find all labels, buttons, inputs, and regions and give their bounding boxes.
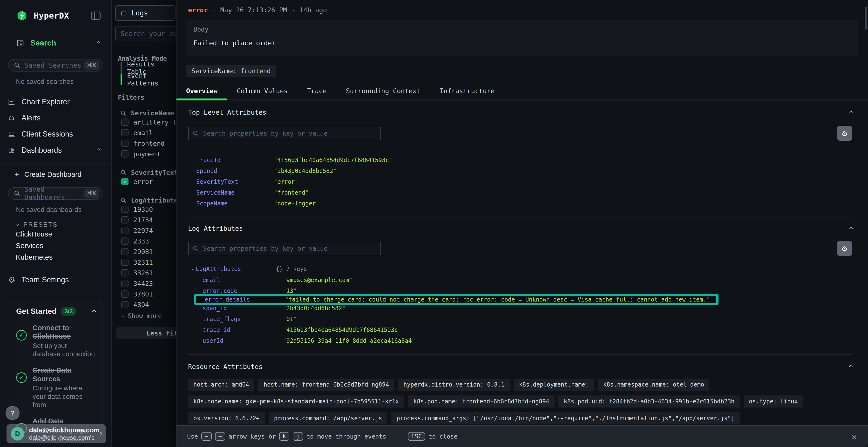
attribute-key[interactable]: LogAttributes: [196, 266, 276, 272]
resource-attribute-chip[interactable]: k8s.node.name: gke-pme-k8s-standard-main…: [188, 396, 404, 408]
show-more-button[interactable]: Show more: [121, 312, 176, 319]
sidebar-item-alerts[interactable]: Alerts: [0, 110, 111, 126]
filter-checkbox-row[interactable]: artillery-loa: [121, 117, 176, 128]
attribute-key[interactable]: span_id: [203, 305, 283, 312]
create-dashboard-button[interactable]: Create Dashboard: [0, 168, 111, 180]
checkbox[interactable]: [121, 280, 128, 287]
presets-toggle[interactable]: PRESETS: [16, 221, 111, 228]
detail-tab[interactable]: Column Values: [227, 85, 297, 100]
attribute-key[interactable]: userId: [203, 337, 283, 344]
checkbox[interactable]: [121, 227, 128, 234]
resource-attribute-chip[interactable]: hyperdx.distro.version: 0.8.1: [398, 379, 510, 391]
less-filters-button[interactable]: Less filters: [116, 327, 176, 339]
resource-attribute-chip[interactable]: os.version: 6.6.72+: [188, 412, 265, 424]
saved-dashboards-input[interactable]: Saved Dashboards ⌘K: [8, 187, 103, 200]
events-search-input[interactable]: [115, 26, 176, 41]
attribute-value[interactable]: 01: [283, 316, 297, 322]
scrollbar-thumb[interactable]: [865, 7, 867, 30]
sidebar-item-search[interactable]: Search: [0, 38, 111, 47]
checkbox[interactable]: [121, 140, 128, 147]
checkbox[interactable]: [121, 238, 128, 245]
filter-checkbox-row[interactable]: 33261: [121, 268, 176, 278]
get-started-step[interactable]: Create Data Sources Configure where your…: [16, 366, 95, 409]
attribute-key[interactable]: SeverityText: [196, 178, 274, 185]
saved-searches-input[interactable]: Saved Searches ⌘K: [8, 59, 103, 72]
help-button[interactable]: ?: [5, 406, 20, 420]
checkbox[interactable]: [121, 118, 128, 126]
checkbox[interactable]: [121, 248, 128, 255]
attribute-value[interactable]: 4156d3fbc40a64854d9dc7f68641593c: [274, 157, 392, 164]
attribute-key[interactable]: trace_flags: [203, 316, 283, 322]
filter-checkbox-row[interactable]: 34423: [121, 278, 176, 289]
attribute-value[interactable]: failed to charge card: could not charge …: [285, 296, 710, 303]
sidebar-item-team-settings[interactable]: Team Settings: [0, 275, 111, 285]
log-attributes-root-row[interactable]: LogAttributes 7 keys: [191, 264, 852, 275]
filter-checkbox-row[interactable]: payment: [121, 148, 176, 159]
sidebar-item-chart-explorer[interactable]: Chart Explorer: [0, 94, 111, 110]
checkbox[interactable]: [121, 150, 128, 158]
settings-button[interactable]: [837, 126, 852, 141]
attribute-value[interactable]: 92a55156-39a4-11f0-8ddd-a2eca416a8a4: [283, 337, 415, 344]
user-menu[interactable]: D dale@clickhouse.com dale@clickhouse.co…: [6, 424, 106, 443]
filter-checkbox-row[interactable]: 19350: [121, 204, 176, 215]
get-started-step[interactable]: Connect to ClickHouse Set up your databa…: [16, 324, 95, 358]
caret-down-icon[interactable]: [191, 266, 194, 272]
resource-attribute-chip[interactable]: os.type: linux: [744, 396, 803, 408]
attribute-value[interactable]: node-logger: [274, 200, 319, 207]
checkbox[interactable]: [121, 216, 128, 224]
checkbox[interactable]: [121, 206, 128, 213]
attribute-key[interactable]: ServiceName: [196, 189, 274, 196]
detail-tab[interactable]: Infrastructure: [430, 85, 504, 100]
detail-tab[interactable]: Trace: [297, 85, 336, 100]
mode-event-patterns[interactable]: Event Patterns: [121, 74, 176, 85]
resource-attribute-chip[interactable]: k8s.namespace.name: otel-demo: [598, 379, 709, 391]
attribute-value[interactable]: 13: [283, 287, 297, 294]
preset-item[interactable]: ClickHouse: [0, 228, 111, 240]
checkbox-checked[interactable]: [121, 178, 128, 185]
filter-checkbox-row[interactable]: 22974: [121, 225, 176, 236]
preset-item[interactable]: Kubernetes: [0, 251, 111, 263]
sidebar-collapse-icon[interactable]: [91, 11, 100, 20]
service-chip[interactable]: ServiceName: frontend: [186, 65, 276, 77]
attribute-key[interactable]: trace_id: [203, 326, 283, 333]
detail-tab[interactable]: Overview: [177, 85, 227, 100]
attribute-value[interactable]: frontend: [274, 189, 309, 196]
resource-attribute-chip[interactable]: host.name: frontend-6b6c8d7bfd-ng894: [258, 379, 394, 391]
attribute-value[interactable]: vmoses@example.com: [283, 277, 352, 283]
detail-tab[interactable]: Surrounding Context: [336, 85, 430, 100]
log-attributes-search-input[interactable]: [188, 242, 381, 255]
chevron-up-icon[interactable]: [97, 41, 101, 45]
chevron-up-icon[interactable]: [92, 309, 96, 313]
filter-checkbox-row[interactable]: 21734: [121, 215, 176, 225]
filter-checkbox-row[interactable]: error: [121, 176, 176, 187]
top-level-search-input[interactable]: [188, 127, 381, 140]
collapse-section-icon[interactable]: [849, 365, 853, 369]
filter-checkbox-row[interactable]: 37801: [121, 289, 176, 299]
source-select[interactable]: Logs: [115, 5, 176, 21]
resource-attribute-chip[interactable]: k8s.pod.name: frontend-6b6c8d7bfd-ng894: [408, 396, 555, 408]
checkbox[interactable]: [121, 259, 128, 266]
filter-checkbox-row[interactable]: 4894: [121, 299, 176, 310]
sidebar-item-dashboards[interactable]: Dashboards: [0, 142, 111, 158]
collapse-section-icon[interactable]: [849, 110, 853, 114]
preset-item[interactable]: Services: [0, 240, 111, 251]
attribute-key[interactable]: ScopeName: [196, 200, 274, 207]
checkbox[interactable]: [121, 129, 128, 136]
resource-attribute-chip[interactable]: process.command: /app/server.js: [269, 412, 388, 424]
resource-attribute-chip[interactable]: k8s.pod.uid: f284fb2d-a0b3-4634-991b-e2c…: [558, 396, 740, 408]
attribute-key[interactable]: TraceId: [196, 157, 274, 164]
chevron-up-icon[interactable]: [97, 148, 101, 152]
attribute-key[interactable]: error.details: [205, 296, 285, 303]
attribute-key[interactable]: error.code: [203, 287, 283, 294]
attribute-value[interactable]: 4156d3fbc40a64854d9dc7f68641593c: [283, 326, 401, 333]
filter-checkbox-row[interactable]: 32311: [121, 257, 176, 268]
attribute-value[interactable]: error: [274, 178, 298, 185]
collapse-section-icon[interactable]: [849, 227, 853, 231]
filter-checkbox-row[interactable]: email: [121, 128, 176, 138]
close-icon[interactable]: [848, 430, 861, 443]
filter-checkbox-row[interactable]: 29081: [121, 246, 176, 257]
sidebar-item-client-sessions[interactable]: Client Sessions: [0, 126, 111, 142]
resource-attribute-chip[interactable]: host.arch: amd64: [188, 379, 254, 391]
attribute-key[interactable]: email: [203, 277, 283, 283]
filter-checkbox-row[interactable]: frontend: [121, 138, 176, 148]
